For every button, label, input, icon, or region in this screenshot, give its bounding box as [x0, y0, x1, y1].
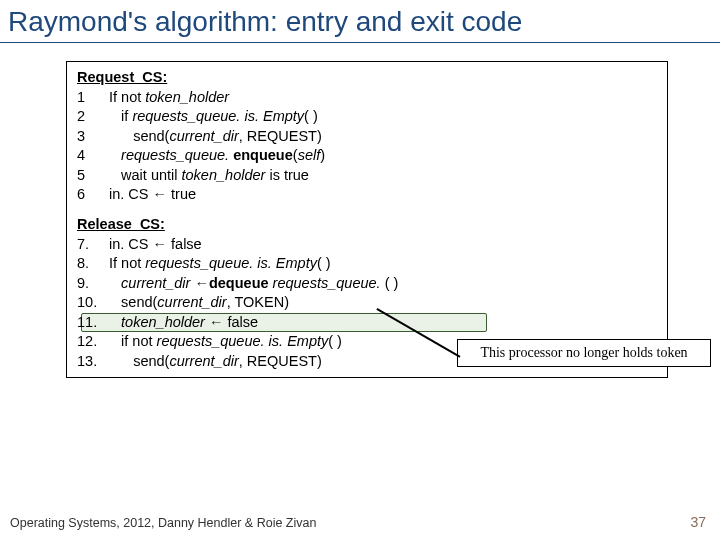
code-line: 4 requests_queue. enqueue(self): [77, 146, 657, 166]
code-line: 8.If not requests_queue. is. Empty( ): [77, 254, 657, 274]
line-code: If not token_holder: [109, 88, 229, 108]
page-number: 37: [690, 514, 706, 530]
line-code: in. CS ← true: [109, 185, 196, 205]
line-code: wait until token_holder is true: [109, 166, 309, 186]
line-number: 5: [77, 166, 109, 186]
line-code: requests_queue. enqueue(self): [109, 146, 325, 166]
code-line: 11. token_holder ← false: [77, 313, 657, 333]
line-code: send(current_dir, REQUEST): [109, 352, 322, 372]
line-code: if requests_queue. is. Empty( ): [109, 107, 318, 127]
line-number: 6: [77, 185, 109, 205]
code-line: 3 send(current_dir, REQUEST): [77, 127, 657, 147]
code-line: 6in. CS ← true: [77, 185, 657, 205]
pseudocode-box: Request_CS: 1If not token_holder2 if req…: [66, 61, 668, 378]
line-number: 2: [77, 107, 109, 127]
line-number: 9.: [77, 274, 109, 294]
code-line: 13. send(current_dir, REQUEST): [77, 352, 657, 372]
line-number: 11.: [77, 313, 109, 333]
code-line: 7.in. CS ← false: [77, 235, 657, 255]
footer-text: Operating Systems, 2012, Danny Hendler &…: [10, 516, 316, 530]
line-number: 1: [77, 88, 109, 108]
title-underline: [0, 42, 720, 43]
code-line: 9. current_dir ←dequeue requests_queue. …: [77, 274, 657, 294]
slide-title: Raymond's algorithm: entry and exit code: [0, 0, 720, 42]
release-heading: Release_CS:: [77, 215, 657, 235]
line-number: 3: [77, 127, 109, 147]
line-code: send(current_dir, REQUEST): [109, 127, 322, 147]
request-block: Request_CS: 1If not token_holder2 if req…: [77, 68, 657, 205]
line-number: 12.: [77, 332, 109, 352]
line-code: in. CS ← false: [109, 235, 202, 255]
line-code: send(current_dir, TOKEN): [109, 293, 289, 313]
line-code: current_dir ←dequeue requests_queue. ( ): [109, 274, 398, 294]
line-number: 4: [77, 146, 109, 166]
code-line: 5 wait until token_holder is true: [77, 166, 657, 186]
code-line: 12. if not requests_queue. is. Empty( ): [77, 332, 657, 352]
line-code: if not requests_queue. is. Empty( ): [109, 332, 342, 352]
line-number: 8.: [77, 254, 109, 274]
line-number: 10.: [77, 293, 109, 313]
release-block: Release_CS: 7.in. CS ← false8.If not req…: [77, 215, 657, 372]
line-code: token_holder ← false: [109, 313, 258, 333]
code-line: 1If not token_holder: [77, 88, 657, 108]
code-line: 2 if requests_queue. is. Empty( ): [77, 107, 657, 127]
line-number: 7.: [77, 235, 109, 255]
code-line: 10. send(current_dir, TOKEN): [77, 293, 657, 313]
line-number: 13.: [77, 352, 109, 372]
request-heading: Request_CS:: [77, 68, 657, 88]
line-code: If not requests_queue. is. Empty( ): [109, 254, 331, 274]
